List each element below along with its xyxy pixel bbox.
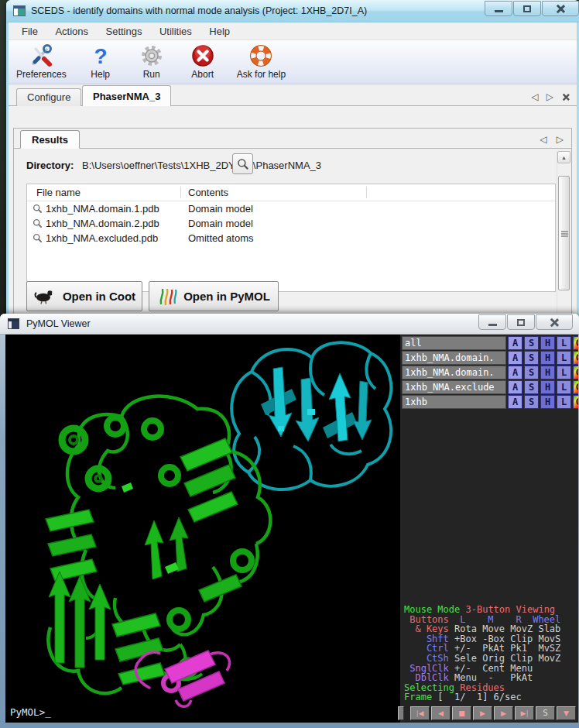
object-row: 1xhb_NMA.domain. A S H L C — [400, 351, 578, 365]
panel-menu-button[interactable]: ▼ — [557, 706, 576, 720]
label-menu-button[interactable]: L — [557, 395, 571, 409]
tab-close-icon[interactable] — [562, 94, 570, 101]
contents-cell: Domain model — [188, 203, 253, 215]
toolbar-button-ask-for-help[interactable]: Ask for help — [237, 43, 286, 80]
results-tab-nav: ◁ ▷ — [540, 134, 564, 145]
vertical-scrollbar[interactable]: ▲ ▼ — [557, 151, 570, 318]
screen: SCEDS - identify domains with normal mod… — [0, 0, 579, 728]
close-button[interactable] — [542, 1, 579, 16]
close-icon — [550, 318, 559, 327]
table-row[interactable]: 1xhb_NMA.domain.1.pdb Domain model — [27, 201, 555, 216]
pymol-command-prompt[interactable]: PyMOL>_ — [10, 706, 51, 718]
object-name[interactable]: 1xhb_NMA.exclude — [402, 380, 506, 394]
action-menu-button[interactable]: A — [508, 336, 522, 350]
pymol-viewport[interactable]: all A S H L C 1xhb_NMA.domain. A S H L C — [5, 335, 578, 723]
object-name[interactable]: all — [402, 336, 506, 350]
color-menu-button[interactable]: C — [573, 336, 578, 350]
results-frame: Results ◁ ▷ Directory: B:\Users\oeffner\… — [13, 128, 572, 318]
table-row[interactable]: 1xhb_NMA.domain.2.pdb Domain model — [27, 216, 555, 231]
minimize-button[interactable] — [485, 1, 512, 16]
toolbar-label: Help — [91, 69, 110, 80]
color-menu-button[interactable]: C — [573, 351, 578, 365]
col-file-name[interactable]: File name — [36, 187, 81, 198]
play-button[interactable]: ▶ — [473, 706, 492, 720]
end-button[interactable]: ▶| — [515, 706, 534, 720]
pymol-window-title: PyMOL Viewer — [26, 318, 91, 329]
object-name[interactable]: 1xhb_NMA.domain. — [402, 366, 506, 379]
maximize-button[interactable] — [513, 1, 541, 16]
hide-menu-button[interactable]: H — [540, 336, 555, 350]
scrollbar-thumb[interactable] — [558, 176, 570, 290]
panel-grip[interactable] — [398, 706, 404, 720]
object-name[interactable]: 1xhb — [402, 395, 506, 409]
hide-menu-button[interactable]: H — [540, 366, 555, 379]
rewind-button[interactable]: |◀ — [410, 706, 430, 720]
toolbar-button-help[interactable]: ? Help — [84, 43, 118, 80]
protein-structure[interactable] — [5, 335, 399, 722]
show-menu-button[interactable]: S — [524, 336, 539, 350]
minimize-button[interactable] — [478, 314, 506, 330]
show-menu-button[interactable]: S — [524, 380, 539, 394]
directory-path: B:\Users\oeffner\Tests\1XHB_2DY7_A\Phase… — [82, 160, 321, 171]
label-menu-button[interactable]: L — [557, 366, 571, 379]
tab-scroll-left-icon[interactable]: ◁ — [532, 91, 539, 102]
action-menu-button[interactable]: A — [508, 395, 522, 409]
pymol-titlebar[interactable]: PyMOL Viewer — [0, 314, 579, 335]
stop-button[interactable]: ■ — [452, 706, 471, 720]
tab-configure[interactable]: Configure — [16, 88, 81, 106]
tab-scroll-right-icon[interactable]: ▷ — [546, 91, 553, 102]
label-menu-button[interactable]: L — [557, 351, 571, 365]
toolbar-label: Abort — [191, 69, 214, 80]
show-menu-button[interactable]: S — [524, 366, 539, 379]
close-button[interactable] — [536, 314, 573, 330]
mouse-mode-line: Frame [ 1/ 1] 6/sec — [404, 692, 560, 702]
toolbar-label: Ask for help — [237, 69, 286, 80]
scroll-up-icon[interactable]: ▲ — [557, 151, 570, 163]
contents-cell: Omitted atoms — [188, 232, 254, 244]
show-menu-button[interactable]: S — [524, 351, 539, 365]
tab-phasernma-3[interactable]: PhaserNMA_3 — [82, 85, 171, 106]
hide-menu-button[interactable]: H — [540, 351, 555, 365]
column-divider[interactable] — [366, 187, 367, 198]
help-question-icon: ? — [87, 43, 114, 68]
tab-results[interactable]: Results — [20, 130, 80, 149]
sceds-titlebar[interactable]: SCEDS - identify domains with normal mod… — [6, 0, 579, 22]
color-menu-button[interactable]: C — [573, 380, 578, 394]
label-menu-button[interactable]: L — [557, 336, 571, 350]
maximize-button[interactable] — [507, 314, 535, 330]
hide-menu-button[interactable]: H — [540, 380, 555, 394]
column-divider[interactable] — [180, 187, 181, 198]
s-button[interactable]: S — [536, 706, 555, 720]
open-in-coot-button[interactable]: Open in Coot — [26, 281, 142, 311]
object-row: 1xhb_NMA.domain. A S H L C — [400, 366, 578, 379]
sceds-body: File Actions Settings Utilities Help — [9, 22, 577, 318]
action-menu-button[interactable]: A — [508, 351, 522, 365]
color-menu-button[interactable]: C — [573, 366, 578, 379]
action-menu-button[interactable]: A — [508, 366, 522, 379]
label-menu-button[interactable]: L — [557, 380, 571, 394]
frame-forward-button[interactable]: ▶ — [494, 706, 513, 720]
col-contents[interactable]: Contents — [188, 187, 228, 198]
color-menu-button[interactable]: C — [573, 395, 578, 409]
menu-help[interactable]: Help — [202, 22, 237, 40]
toolbar-button-preferences[interactable]: Preferences — [16, 43, 67, 80]
open-in-pymol-label: Open in PyMOL — [183, 290, 270, 303]
menu-utilities[interactable]: Utilities — [152, 22, 199, 40]
menu-file[interactable]: File — [15, 22, 45, 40]
toolbar-button-abort[interactable]: Abort — [186, 43, 220, 80]
file-name-cell: 1xhb_NMA.domain.2.pdb — [46, 218, 159, 229]
menu-settings[interactable]: Settings — [99, 22, 149, 40]
table-row[interactable]: 1xhb_NMA.excluded.pdb Omitted atoms — [27, 231, 555, 246]
open-in-pymol-button[interactable]: Open in PyMOL — [149, 281, 279, 311]
hide-menu-button[interactable]: H — [540, 395, 555, 409]
menu-actions[interactable]: Actions — [48, 22, 95, 40]
results-scroll-left-icon[interactable]: ◁ — [540, 134, 547, 145]
object-name[interactable]: 1xhb_NMA.domain. — [402, 351, 506, 365]
show-menu-button[interactable]: S — [524, 395, 539, 409]
results-scroll-right-icon[interactable]: ▷ — [557, 134, 564, 145]
toolbar: Preferences ? Help — [9, 40, 577, 84]
toolbar-button-run[interactable]: Run — [135, 43, 169, 80]
frame-back-button[interactable]: ◀ — [431, 706, 451, 720]
action-menu-button[interactable]: A — [508, 380, 522, 394]
browse-directory-button[interactable] — [232, 153, 253, 174]
